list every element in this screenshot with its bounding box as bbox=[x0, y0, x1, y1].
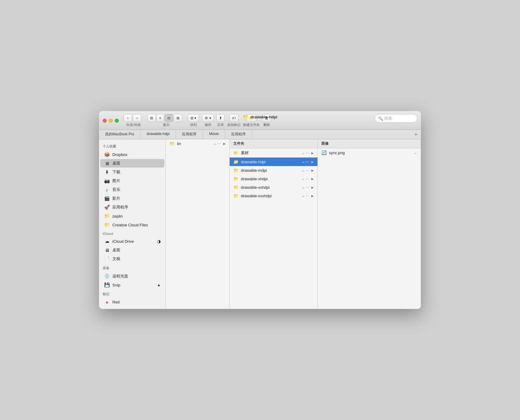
panel-first: 📁 lin ☁ ▶ bbox=[166, 139, 230, 309]
sidebar-item-zeplin[interactable]: 📁 zeplin bbox=[100, 212, 164, 220]
arrow-xxxhdpi: ▶ bbox=[311, 194, 314, 198]
sidebar-item-desktop[interactable]: 🖥 桌面 bbox=[100, 159, 164, 168]
images-list: 🔄 sync.png ☁ bbox=[318, 148, 421, 309]
search-box[interactable]: 🔍 搜索 bbox=[375, 114, 417, 123]
titlebar: ‹ › 向后/向前 ⊞ ≡ ⊟ ⊠ 显示 bbox=[99, 111, 421, 130]
breadcrumb-movie[interactable]: Movie bbox=[203, 130, 225, 139]
arrow-hdpi: ▶ bbox=[311, 160, 314, 164]
sidebar-item-icloud-drive[interactable]: ☁ iCloud Drive ◑ bbox=[100, 237, 164, 246]
breadcrumb-macbook[interactable]: 昌的MacBook Pro bbox=[99, 130, 141, 139]
titlebar-top: ‹ › 向后/向前 ⊞ ≡ ⊟ ⊠ 显示 bbox=[103, 114, 417, 127]
file-item-drawable-xxxhdpi[interactable]: 📁 drawable-xxxhdpi ☁ ▶ bbox=[230, 191, 317, 200]
fullscreen-button[interactable] bbox=[115, 119, 119, 123]
arrow-lin: ▶ bbox=[223, 142, 226, 145]
panel-images: 图像 🔄 sync.png ☁ bbox=[318, 139, 421, 309]
window-title: 📁 drawable-hdpi bbox=[243, 114, 277, 120]
newfolder-label: 新建文件夹 bbox=[243, 123, 260, 127]
desktop-icon: 🖥 bbox=[104, 161, 110, 166]
arrow-mdpi: ▶ bbox=[311, 169, 314, 172]
back-button[interactable]: ‹ bbox=[124, 114, 132, 122]
images-header: 图像 bbox=[318, 139, 421, 148]
folder-xxxhdpi-icon: 📁 bbox=[233, 193, 238, 198]
sidebar-item-pictures[interactable]: 📷 图片 bbox=[100, 177, 164, 185]
sidebar-item-movies[interactable]: 🎬 影片 bbox=[100, 194, 164, 203]
cloud-badge-mdpi: ☁ bbox=[301, 168, 309, 172]
sidebar-personal-header: 个人收藏 bbox=[99, 142, 166, 150]
breadcrumb-apps2[interactable]: 应用程序 bbox=[225, 130, 252, 139]
content-panels: 📁 lin ☁ ▶ 文件夹 📁 素材 bbox=[166, 139, 421, 309]
icloud-icon: ☁ bbox=[104, 239, 110, 244]
sidebar-devices-header: 设备 bbox=[99, 263, 166, 272]
file-item-sucai[interactable]: 📁 素材 ☁ ▶ bbox=[230, 148, 317, 158]
close-button[interactable] bbox=[103, 119, 107, 123]
cloud-badge-sucai: ☁ bbox=[301, 151, 309, 155]
forward-button[interactable]: › bbox=[133, 114, 141, 122]
sidebar-item-icloud-desktop[interactable]: 🖥 桌面 bbox=[100, 246, 164, 254]
sidebar-item-creative-cloud[interactable]: 📁 Creative Cloud Files bbox=[100, 221, 164, 229]
addtag-label: 添加标记 bbox=[227, 123, 241, 127]
sidebar: 个人收藏 📦 Dropbox 🖥 桌面 ⬇ 下载 📷 图片 ♪ 音乐 bbox=[99, 139, 166, 309]
disc-icon: 💿 bbox=[104, 273, 110, 279]
toolbar: ‹ › 向后/向前 ⊞ ≡ ⊟ ⊠ 显示 bbox=[124, 114, 417, 127]
sidebar-item-documents[interactable]: 📄 文稿 bbox=[100, 255, 164, 263]
cloud-badge-xxhdpi: ☁ bbox=[301, 185, 309, 189]
downloads-icon: ⬇ bbox=[104, 169, 110, 175]
folder-mdpi-icon: 📁 bbox=[233, 168, 238, 173]
cloud-badge-lin: ☁ bbox=[213, 142, 221, 146]
search-icon: 🔍 bbox=[378, 116, 383, 121]
view-list-button[interactable]: ≡ bbox=[156, 114, 164, 122]
breadcrumb-apps[interactable]: 应用程序 bbox=[176, 130, 203, 139]
addtag-button[interactable]: 🏷 bbox=[229, 114, 238, 122]
view-icon-button[interactable]: ⊞ bbox=[147, 114, 156, 122]
file-item-lin[interactable]: 📁 lin ☁ ▶ bbox=[166, 139, 229, 148]
action-button[interactable]: ⚙ ▾ bbox=[202, 114, 214, 122]
panel-first-list: 📁 lin ☁ ▶ bbox=[166, 139, 229, 309]
arrow-xxhdpi: ▶ bbox=[311, 186, 314, 189]
sidebar-item-snip[interactable]: 💾 Snip ▲ bbox=[100, 281, 164, 289]
sort-button[interactable]: ⊞ ▾ bbox=[188, 114, 199, 122]
sidebar-item-red-tag[interactable]: ● Red bbox=[100, 298, 164, 306]
folder-xxhdpi-icon: 📁 bbox=[233, 185, 238, 190]
delete-label: 删除 bbox=[263, 123, 270, 127]
sidebar-icloud-header: iCloud bbox=[99, 229, 166, 237]
view-label: 显示 bbox=[163, 123, 169, 127]
documents-icon: 📄 bbox=[104, 256, 110, 262]
sidebar-item-remote-disc[interactable]: 💿 远程光盘 bbox=[100, 272, 164, 280]
folder-xhdpi-icon: 📁 bbox=[233, 176, 238, 181]
arrow-sucai: ▶ bbox=[311, 151, 314, 155]
creative-cloud-icon: 📁 bbox=[104, 222, 110, 228]
file-item-drawable-hdpi[interactable]: 📁 drawable-hdpi ☁ ▶ bbox=[230, 158, 317, 166]
sidebar-item-applications[interactable]: 🚀 应用程序 bbox=[100, 203, 164, 212]
sync-file-icon: 🔄 bbox=[321, 150, 327, 155]
eject-button[interactable]: ▲ bbox=[157, 283, 161, 287]
zeplin-folder-icon: 📁 bbox=[104, 213, 110, 219]
sidebar-item-dropbox[interactable]: 📦 Dropbox bbox=[100, 150, 164, 159]
pictures-icon: 📷 bbox=[104, 178, 110, 184]
folders-header: 文件夹 bbox=[230, 139, 317, 148]
file-item-drawable-mdpi[interactable]: 📁 drawable-mdpi ☁ ▶ bbox=[230, 166, 317, 174]
view-columns-button[interactable]: ⊟ bbox=[165, 114, 173, 122]
breadcrumb-drawable-hdpi[interactable]: drawable-hdpi bbox=[141, 130, 176, 139]
dropbox-icon: 📦 bbox=[104, 152, 110, 157]
snip-icon: 💾 bbox=[104, 282, 110, 288]
cloud-badge-xhdpi: ☁ bbox=[301, 177, 309, 181]
cloud-badge-sync: ☁ bbox=[414, 151, 417, 155]
add-breadcrumb-button[interactable]: + bbox=[411, 130, 421, 139]
minimize-button[interactable] bbox=[109, 119, 113, 123]
sidebar-tags-header: 标记 bbox=[99, 290, 166, 298]
file-item-sync-png[interactable]: 🔄 sync.png ☁ bbox=[318, 148, 421, 157]
breadcrumbs: 昌的MacBook Pro drawable-hdpi 应用程序 Movie 应… bbox=[99, 130, 421, 139]
main-area: 个人收藏 📦 Dropbox 🖥 桌面 ⬇ 下载 📷 图片 ♪ 音乐 bbox=[99, 139, 421, 309]
share-button[interactable]: ⬆ bbox=[216, 114, 225, 122]
sidebar-item-music[interactable]: ♪ 音乐 bbox=[100, 185, 164, 194]
movies-icon: 🎬 bbox=[104, 196, 110, 201]
view-gallery-button[interactable]: ⊠ bbox=[174, 114, 182, 122]
folder-sucai-icon: 📁 bbox=[233, 151, 238, 155]
file-item-drawable-xhdpi[interactable]: 📁 drawable-xhdpi ☁ ▶ bbox=[230, 174, 317, 183]
file-item-drawable-xxhdpi[interactable]: 📁 drawable-xxhdpi ☁ ▶ bbox=[230, 183, 317, 191]
sidebar-item-downloads[interactable]: ⬇ 下载 bbox=[100, 168, 164, 176]
finder-window: ‹ › 向后/向前 ⊞ ≡ ⊟ ⊠ 显示 bbox=[99, 111, 421, 309]
music-icon: ♪ bbox=[104, 187, 110, 192]
arrow-xhdpi: ▶ bbox=[311, 177, 314, 181]
applications-icon: 🚀 bbox=[104, 205, 110, 210]
